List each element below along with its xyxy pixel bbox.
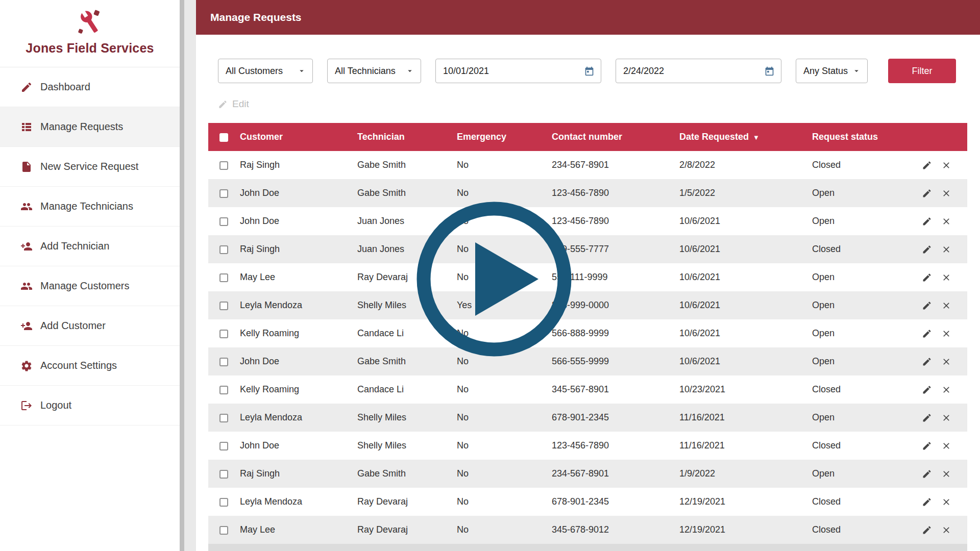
edit-row-icon[interactable] — [922, 384, 932, 395]
row-checkbox[interactable] — [219, 358, 228, 366]
cell-checkbox — [208, 179, 240, 207]
sidebar-item-dashboard[interactable]: Dashboard — [0, 67, 180, 107]
brand: Jones Field Services — [0, 0, 180, 67]
delete-row-icon[interactable] — [941, 188, 951, 198]
edit-row-icon[interactable] — [922, 524, 932, 535]
column-header-customer[interactable]: Customer — [240, 123, 357, 151]
cell-checkbox — [208, 432, 240, 460]
calendar-icon[interactable] — [764, 66, 775, 77]
row-checkbox[interactable] — [219, 330, 228, 338]
cell-date-requested: 11/16/2021 — [679, 404, 812, 432]
sidebar: Jones Field Services Dashboard Manage Re… — [0, 0, 180, 551]
edit-row-icon[interactable] — [922, 300, 932, 311]
row-checkbox[interactable] — [219, 189, 228, 198]
cell-actions — [922, 432, 967, 460]
edit-row: Edit — [218, 98, 980, 114]
column-header-status[interactable]: Request status — [812, 123, 922, 151]
edit-button[interactable]: Edit — [218, 98, 249, 110]
requests-table: CustomerTechnicianEmergencyContact numbe… — [208, 123, 967, 544]
status-filter-select[interactable]: Any Status — [796, 59, 868, 83]
edit-row-icon[interactable] — [922, 216, 932, 227]
delete-row-icon[interactable] — [941, 440, 951, 451]
sidebar-item-manage-customers[interactable]: Manage Customers — [0, 266, 180, 306]
sidebar-item-account-settings[interactable]: Account Settings — [0, 346, 180, 386]
delete-row-icon[interactable] — [941, 160, 951, 170]
filter-button[interactable]: Filter — [888, 59, 956, 83]
cell-checkbox — [208, 319, 240, 347]
sidebar-item-manage-requests[interactable]: Manage Requests — [0, 107, 180, 147]
cell-actions — [922, 347, 967, 375]
date-to-input[interactable]: 2/24/2022 — [616, 59, 781, 83]
delete-row-icon[interactable] — [941, 384, 951, 395]
edit-row-icon[interactable] — [922, 188, 932, 198]
calendar-icon[interactable] — [584, 66, 595, 77]
edit-row-icon[interactable] — [922, 356, 932, 367]
delete-row-icon[interactable] — [941, 496, 951, 507]
cell-date-requested: 2/8/2022 — [679, 151, 812, 179]
cell-checkbox — [208, 516, 240, 544]
cell-actions — [922, 263, 967, 291]
sidebar-item-new-service-request[interactable]: New Service Request — [0, 147, 180, 187]
row-checkbox[interactable] — [219, 442, 228, 450]
edit-row-icon[interactable] — [922, 440, 932, 451]
customer-filter-select[interactable]: All Customers — [218, 59, 313, 83]
sidebar-item-add-customer[interactable]: Add Customer — [0, 306, 180, 346]
cell-checkbox — [208, 207, 240, 235]
cell-contact-number: 678-901-2345 — [552, 488, 679, 516]
delete-row-icon[interactable] — [941, 356, 951, 367]
delete-row-icon[interactable] — [941, 272, 951, 283]
technician-filter-select[interactable]: All Technicians — [327, 59, 421, 83]
main-panel: Manage Requests All Customers All Techni… — [196, 0, 980, 551]
edit-row-icon[interactable] — [922, 412, 932, 423]
video-play-button[interactable] — [410, 195, 578, 363]
delete-row-icon[interactable] — [941, 300, 951, 311]
delete-row-icon[interactable] — [941, 216, 951, 227]
row-checkbox[interactable] — [219, 386, 228, 394]
select-all-checkbox[interactable] — [219, 133, 228, 142]
row-checkbox[interactable] — [219, 414, 228, 422]
cell-customer: Raj Singh — [240, 151, 357, 179]
chevron-down-icon — [405, 66, 414, 76]
page: Jones Field Services Dashboard Manage Re… — [0, 0, 980, 551]
edit-row-icon[interactable] — [922, 468, 932, 479]
sidebar-item-add-technician[interactable]: Add Technician — [0, 227, 180, 266]
row-checkbox[interactable] — [219, 245, 228, 254]
cell-date-requested: 12/19/2021 — [679, 516, 812, 544]
sidebar-scrollbar[interactable] — [180, 0, 196, 551]
table-row: May Lee Ray Devaraj No 345-678-9012 12/1… — [208, 516, 967, 544]
people-icon — [20, 201, 33, 213]
document-icon — [20, 161, 33, 173]
column-header-date[interactable]: Date Requested▼ — [679, 123, 812, 151]
column-header-technician[interactable]: Technician — [357, 123, 457, 151]
row-checkbox[interactable] — [219, 470, 228, 479]
column-header-emergency[interactable]: Emergency — [457, 123, 552, 151]
row-checkbox[interactable] — [219, 217, 228, 226]
edit-row-icon[interactable] — [922, 496, 932, 507]
row-checkbox[interactable] — [219, 273, 228, 282]
column-header-contact[interactable]: Contact number — [552, 123, 679, 151]
delete-row-icon[interactable] — [941, 468, 951, 479]
row-checkbox[interactable] — [219, 526, 228, 535]
table-row: Leyla Mendoza Shelly Miles Yes 888-999-0… — [208, 291, 967, 319]
edit-row-icon[interactable] — [922, 272, 932, 283]
date-from-input[interactable]: 10/01/2021 — [435, 59, 601, 83]
cell-emergency: No — [457, 516, 552, 544]
wrench-logo-icon — [73, 8, 107, 39]
cell-date-requested: 12/19/2021 — [679, 488, 812, 516]
sidebar-item-manage-technicians[interactable]: Manage Technicians — [0, 187, 180, 227]
sidebar-item-logout[interactable]: Logout — [0, 386, 180, 425]
cell-customer: Leyla Mendoza — [240, 488, 357, 516]
row-checkbox[interactable] — [219, 161, 228, 170]
edit-row-icon[interactable] — [922, 244, 932, 255]
edit-row-icon[interactable] — [922, 160, 932, 170]
edit-row-icon[interactable] — [922, 328, 932, 339]
delete-row-icon[interactable] — [941, 412, 951, 423]
delete-row-icon[interactable] — [941, 244, 951, 255]
delete-row-icon[interactable] — [941, 328, 951, 339]
cell-request-status: Closed — [812, 432, 922, 460]
content: All Customers All Technicians 10/01/2021… — [196, 35, 980, 551]
cell-customer: Raj Singh — [240, 235, 357, 263]
row-checkbox[interactable] — [219, 498, 228, 507]
delete-row-icon[interactable] — [941, 524, 951, 535]
row-checkbox[interactable] — [219, 302, 228, 310]
